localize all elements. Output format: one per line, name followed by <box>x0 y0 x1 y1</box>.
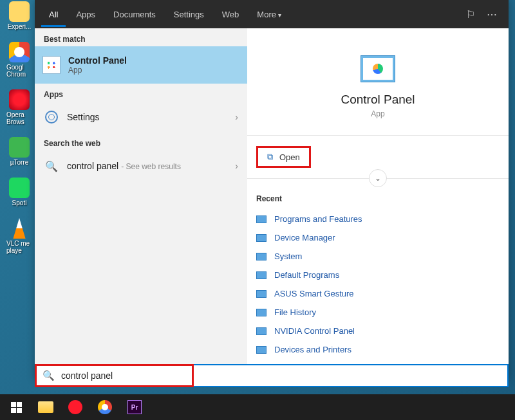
tab-web[interactable]: Web <box>214 2 247 27</box>
recent-item[interactable]: System <box>256 247 500 266</box>
tab-all[interactable]: All <box>41 2 66 27</box>
chevron-right-icon: › <box>235 112 238 122</box>
search-results-panel: All Apps Documents Settings Web More ⚐ ⋯… <box>35 0 509 379</box>
cpl-icon <box>256 346 267 354</box>
recent-item[interactable]: Devices and Printers <box>256 340 500 359</box>
expand-chevron-button[interactable]: ⌄ <box>369 169 387 187</box>
best-match-heading: Best match <box>35 28 247 46</box>
feedback-icon[interactable]: ⚐ <box>466 8 475 21</box>
apps-item-settings[interactable]: Settings › <box>35 102 247 132</box>
best-match-title: Control Panel <box>68 55 127 66</box>
tab-apps[interactable]: Apps <box>68 2 103 27</box>
tab-more[interactable]: More <box>249 2 288 27</box>
recent-item-label: System <box>274 251 302 261</box>
detail-title: Control Panel <box>341 93 415 107</box>
windows-logo-icon <box>11 402 22 413</box>
best-match-item[interactable]: Control Panel App <box>35 46 247 84</box>
taskbar: Pr <box>0 394 515 420</box>
desktop-icon-vlc[interactable]: VLC me playe <box>6 218 32 254</box>
search-bar[interactable]: 🔍 <box>35 364 509 387</box>
recent-item-label: Device Manager <box>274 233 335 242</box>
control-panel-large-icon <box>360 55 395 82</box>
taskbar-opera[interactable] <box>63 397 88 417</box>
best-match-sub: App <box>68 66 127 75</box>
recent-item[interactable]: File History <box>256 303 500 322</box>
desktop-icon-column: Experi... Googl Chrom Opera Brows µTorre… <box>6 1 32 254</box>
taskbar-chrome[interactable] <box>93 397 117 417</box>
desktop-icon-label: µTorre <box>10 159 29 166</box>
open-icon: ⧉ <box>267 152 273 162</box>
recent-item-label: NVIDIA Control Panel <box>274 326 355 336</box>
recent-item[interactable]: Device Manager <box>256 228 500 247</box>
cpl-icon <box>256 309 267 316</box>
search-icon: 🔍 <box>42 370 55 381</box>
recent-item-label: Devices and Printers <box>274 345 351 354</box>
desktop-icon-spotify[interactable]: Spoti <box>6 178 32 206</box>
taskbar-premiere[interactable]: Pr <box>122 397 147 417</box>
gear-icon <box>45 111 58 123</box>
opera-icon <box>9 89 30 110</box>
recent-item-label: Default Programs <box>274 270 339 280</box>
web-result-label: control panel- See web results <box>67 161 227 171</box>
desktop-icon-label: Googl Chrom <box>6 64 32 78</box>
recent-item[interactable]: ASUS Smart Gesture <box>256 284 500 303</box>
search-icon: 🔍 <box>44 158 59 174</box>
desktop-icon-label: Experi... <box>8 23 32 30</box>
recent-item[interactable]: NVIDIA Control Panel <box>256 322 500 340</box>
search-input[interactable] <box>61 370 186 381</box>
results-left-column: Best match Control Panel App Apps Settin… <box>35 28 247 379</box>
control-panel-icon <box>42 56 61 74</box>
vlc-icon <box>9 218 30 239</box>
recent-item-label: Programs and Features <box>274 214 362 224</box>
apps-item-label: Settings <box>67 112 227 122</box>
recent-item[interactable]: Programs and Features <box>256 210 500 228</box>
spotify-icon <box>9 178 30 198</box>
cpl-icon <box>256 271 267 279</box>
desktop-icon-label: VLC me playe <box>6 240 32 254</box>
premiere-icon: Pr <box>127 400 142 414</box>
taskbar-file-explorer[interactable] <box>33 397 58 417</box>
cpl-icon <box>256 215 267 223</box>
chrome-icon <box>9 42 30 62</box>
desktop-icon-folder[interactable]: Experi... <box>6 1 32 30</box>
search-tabs-bar: All Apps Documents Settings Web More ⚐ ⋯ <box>35 0 509 28</box>
folder-icon <box>38 401 53 413</box>
web-result-item[interactable]: 🔍 control panel- See web results › <box>35 151 247 181</box>
recent-item[interactable]: Default Programs <box>256 266 500 284</box>
detail-pane: Control Panel App ⧉ Open ⌄ Recent Progra… <box>247 28 509 379</box>
start-button[interactable] <box>4 397 28 417</box>
desktop-icon-label: Opera Brows <box>6 111 32 125</box>
chevron-right-icon: › <box>235 161 238 171</box>
chrome-icon <box>98 400 112 414</box>
cpl-icon <box>256 253 267 260</box>
open-button[interactable]: ⧉ Open <box>256 146 311 168</box>
recent-item-label: File History <box>274 307 316 317</box>
folder-icon <box>9 1 30 22</box>
desktop-icon-label: Spoti <box>12 199 27 206</box>
open-button-label: Open <box>279 152 300 162</box>
desktop-icon-utorrent[interactable]: µTorre <box>6 137 32 166</box>
recent-heading: Recent <box>256 194 500 203</box>
cpl-icon <box>256 234 267 242</box>
cpl-icon <box>256 327 267 335</box>
tab-documents[interactable]: Documents <box>106 2 164 27</box>
utorrent-icon <box>9 137 30 158</box>
more-options-icon[interactable]: ⋯ <box>487 8 497 21</box>
tab-settings[interactable]: Settings <box>166 2 212 27</box>
search-web-heading: Search the web <box>35 132 247 151</box>
opera-icon <box>68 400 82 414</box>
desktop-icon-chrome[interactable]: Googl Chrom <box>6 42 32 78</box>
cpl-icon <box>256 290 267 298</box>
desktop-icon-opera[interactable]: Opera Brows <box>6 89 32 125</box>
recent-item-label: ASUS Smart Gesture <box>274 289 354 298</box>
apps-heading: Apps <box>35 84 247 102</box>
detail-sub: App <box>371 109 384 118</box>
